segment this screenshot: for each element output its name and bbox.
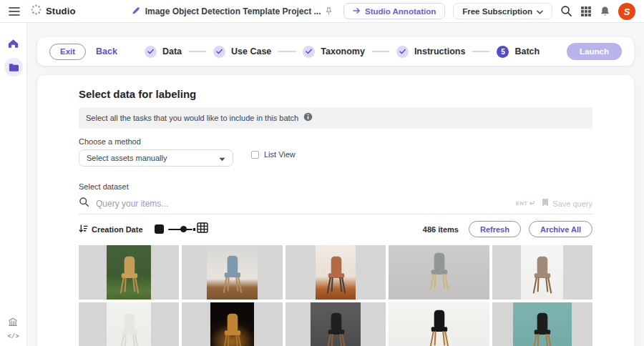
info-bar-text: Select all the tasks that you would like… xyxy=(86,114,298,122)
code-icon[interactable]: </> xyxy=(7,333,19,340)
archive-all-button[interactable]: Archive All xyxy=(529,221,592,237)
asset-tile[interactable] xyxy=(182,245,282,300)
step-status-icon xyxy=(213,46,225,58)
subscription-label: Free Subscription xyxy=(462,7,532,16)
sort-control[interactable]: Creation Date xyxy=(79,223,143,236)
step-connector xyxy=(278,51,296,52)
project-title: Image Object Detection Template Project … xyxy=(145,6,321,16)
info-bar: Select all the tasks that you would like… xyxy=(79,107,592,129)
enter-hint: ENT↵ xyxy=(516,199,535,207)
step-label: Data xyxy=(162,46,182,56)
subscription-button[interactable]: Free Subscription xyxy=(453,3,552,19)
chair-illustration xyxy=(425,249,453,293)
enter-key-icon: ↵ xyxy=(529,199,535,207)
sort-label: Creation Date xyxy=(92,225,143,234)
asset-photo xyxy=(316,245,356,300)
svg-text:S: S xyxy=(624,6,630,16)
asset-photo xyxy=(207,245,257,300)
stepper-card: Exit Back Data Use Case Taxonomy Instru xyxy=(37,37,634,66)
step-label: Taxonomy xyxy=(321,46,365,56)
search-icon[interactable] xyxy=(560,5,572,17)
brand-link[interactable]: Studio xyxy=(31,4,76,18)
exit-button[interactable]: Exit xyxy=(49,44,86,60)
list-view-toggle[interactable]: List View xyxy=(251,150,296,159)
sort-descending-icon xyxy=(79,223,88,236)
step-label: Use Case xyxy=(231,46,271,56)
hamburger-menu-icon[interactable] xyxy=(9,5,21,18)
topbar: Studio Image Object Detection Template P… xyxy=(0,0,644,23)
user-avatar[interactable]: S xyxy=(618,3,635,20)
sidebar: </> xyxy=(0,23,27,346)
asset-tile[interactable] xyxy=(286,245,386,300)
chair-illustration xyxy=(322,309,350,346)
asset-tile[interactable] xyxy=(182,302,282,346)
home-icon[interactable] xyxy=(8,39,19,49)
studio-annotation-label: Studio Annotation xyxy=(365,7,436,16)
asset-photo xyxy=(513,302,571,346)
studio-annotation-button[interactable]: Studio Annotation xyxy=(343,3,445,19)
chair-illustration xyxy=(528,309,556,346)
edit-pencil-icon[interactable] xyxy=(132,5,140,18)
asset-tile[interactable] xyxy=(286,302,386,346)
pin-icon[interactable] xyxy=(326,5,332,18)
asset-tile[interactable] xyxy=(492,245,592,300)
stepper-step[interactable]: Taxonomy xyxy=(303,46,365,58)
chair-illustration xyxy=(425,306,453,346)
step-label: Instructions xyxy=(414,46,466,56)
asset-tile[interactable] xyxy=(79,245,179,300)
notifications-bell-icon[interactable] xyxy=(600,6,610,17)
asset-photo xyxy=(107,302,151,346)
asset-photo xyxy=(311,302,361,346)
query-bar: ENT↵ Save query xyxy=(79,193,592,214)
toolbar-right: 486 items Refresh Archive All xyxy=(423,221,592,237)
select-dataset-label: Select dataset xyxy=(79,182,592,191)
stepper-step[interactable]: Use Case xyxy=(213,46,271,58)
chair-illustration xyxy=(115,252,143,297)
step-connector xyxy=(472,51,490,52)
asset-tile[interactable] xyxy=(389,302,489,346)
brand-name: Studio xyxy=(46,6,76,16)
step-status-icon xyxy=(145,46,157,58)
chair-illustration xyxy=(115,310,143,346)
info-icon[interactable] xyxy=(303,112,313,124)
single-tile-icon[interactable] xyxy=(155,224,164,234)
asset-photo xyxy=(107,245,151,300)
save-query-button[interactable]: Save query xyxy=(542,197,592,210)
method-select-value: Select assets manually xyxy=(87,154,167,162)
organization-bank-icon[interactable] xyxy=(8,317,18,327)
step-status-icon: 5 xyxy=(497,46,509,58)
sidebar-bottom: </> xyxy=(7,317,19,340)
studio-logo-icon xyxy=(31,4,42,18)
asset-tile[interactable] xyxy=(389,245,489,300)
chair-illustration xyxy=(322,252,350,297)
asset-grid xyxy=(79,245,592,346)
chevron-down-icon xyxy=(537,7,543,16)
query-search-icon xyxy=(79,197,89,210)
step-connector xyxy=(188,51,207,52)
launch-button[interactable]: Launch xyxy=(567,43,622,60)
back-link[interactable]: Back xyxy=(96,46,117,56)
asset-tile[interactable] xyxy=(79,302,179,346)
thumbnail-size-slider[interactable] xyxy=(168,225,192,234)
apps-grid-icon[interactable] xyxy=(580,6,592,17)
thumbnail-size-controls xyxy=(155,222,208,236)
arrow-right-icon xyxy=(353,7,361,16)
query-input[interactable] xyxy=(96,199,509,209)
page-title: Select data for labeling xyxy=(79,88,592,100)
grid-view-icon[interactable] xyxy=(197,222,208,236)
choose-method-label: Choose a method xyxy=(79,137,592,146)
stepper-step[interactable]: 5 Batch xyxy=(497,46,540,58)
datasets-folder-icon[interactable] xyxy=(4,58,23,76)
list-view-label: List View xyxy=(264,150,296,159)
stepper-steps: Data Use Case Taxonomy Instructions 5 Ba… xyxy=(117,46,567,58)
stepper-step[interactable]: Data xyxy=(145,46,182,58)
step-label: Batch xyxy=(514,46,540,56)
method-select[interactable]: Select assets manually xyxy=(79,149,233,167)
asset-tile[interactable] xyxy=(492,302,592,346)
asset-photo xyxy=(389,245,489,300)
asset-photo xyxy=(521,245,563,300)
refresh-button[interactable]: Refresh xyxy=(469,221,521,237)
stepper-step[interactable]: Instructions xyxy=(396,46,466,58)
list-view-checkbox[interactable] xyxy=(251,151,259,159)
method-row: Select assets manually List View xyxy=(79,149,592,167)
